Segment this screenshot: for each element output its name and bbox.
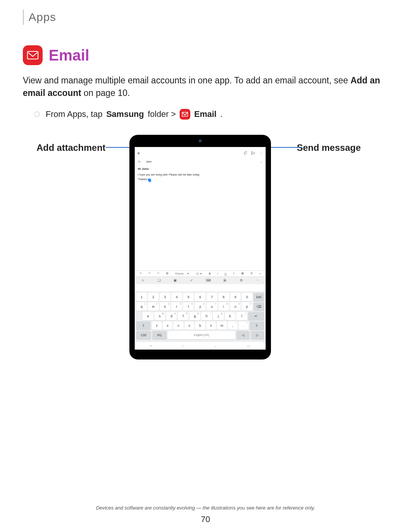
recents-icon[interactable]: ≡ bbox=[150, 344, 152, 348]
key-v[interactable]: v bbox=[185, 321, 194, 330]
to-label: To bbox=[138, 160, 140, 163]
key-t[interactable]: t5 bbox=[183, 302, 194, 311]
key-comma[interactable]: ,! bbox=[228, 321, 238, 330]
italic-btn[interactable]: I bbox=[217, 272, 218, 275]
key-0[interactable]: 0 bbox=[242, 293, 252, 301]
key-p[interactable]: p0 bbox=[242, 302, 252, 311]
step-suffix: . bbox=[220, 109, 223, 119]
key-o[interactable]: o9 bbox=[230, 302, 241, 311]
back-icon[interactable]: ⌄ bbox=[214, 344, 217, 348]
underline-btn[interactable]: U bbox=[225, 272, 226, 275]
format-toolbar[interactable]: ✎ ↶ ↷ ▤ Roboto .. ▼ 12 ▼ B I U T ▦ ☰ ≡ bbox=[135, 270, 266, 276]
redo-icon[interactable]: ↷ bbox=[157, 272, 159, 275]
pen-icon[interactable]: ✎ bbox=[140, 272, 142, 275]
key-1[interactable]: 1 bbox=[136, 293, 147, 301]
align-icon[interactable]: ≡ bbox=[259, 272, 261, 275]
to-recipient: John bbox=[146, 160, 151, 163]
key-g[interactable]: g% bbox=[190, 312, 200, 320]
key-i[interactable]: i8 bbox=[218, 302, 229, 311]
step-mid: folder > bbox=[148, 109, 176, 119]
size-select[interactable]: 12 ▼ bbox=[196, 272, 202, 275]
gif-icon[interactable]: ▣ bbox=[174, 278, 177, 282]
key-u[interactable]: u7 bbox=[207, 302, 217, 311]
key-l[interactable]: l( bbox=[236, 312, 247, 320]
settings-icon[interactable]: ⚙ bbox=[240, 278, 243, 282]
emoji-icon[interactable]: ☺ bbox=[141, 278, 145, 282]
key-backspace[interactable]: ⌫ bbox=[253, 302, 264, 311]
key-b[interactable]: b bbox=[195, 321, 205, 330]
key-9[interactable]: 9 bbox=[230, 293, 241, 301]
key-2[interactable]: 2 bbox=[148, 293, 159, 301]
key-sym[interactable]: !#1 bbox=[152, 331, 167, 339]
key-z[interactable]: z bbox=[152, 321, 162, 330]
key-shift-left[interactable]: ⇧ bbox=[136, 321, 151, 330]
key-k[interactable]: k* bbox=[225, 312, 236, 320]
key-right[interactable]: ▷ bbox=[251, 331, 264, 339]
key-7[interactable]: 7 bbox=[207, 293, 217, 301]
key-s[interactable]: s@ bbox=[155, 312, 165, 320]
key-left[interactable]: ◁ bbox=[236, 331, 250, 339]
keyboard[interactable]: 1234567890Del q1w2e3r4t5y6u7i8o9p0⌫ a!s@… bbox=[135, 291, 266, 342]
voice-expand-icon[interactable]: ⤢ bbox=[190, 278, 193, 282]
keyboard-switch-icon[interactable]: ▭ bbox=[247, 344, 250, 348]
step-row: From Apps, tap Samsung folder > Email. bbox=[34, 109, 388, 120]
list-icon[interactable]: ☰ bbox=[250, 272, 253, 275]
sticker-icon[interactable]: ❏ bbox=[158, 278, 161, 282]
camera-icon[interactable]: ⌨ bbox=[206, 278, 211, 282]
close-icon[interactable]: ✕ bbox=[137, 151, 140, 155]
key-8[interactable]: 8 bbox=[218, 293, 229, 301]
key-space[interactable]: English (US) bbox=[168, 331, 235, 339]
image-icon[interactable]: ▤ bbox=[166, 272, 169, 275]
svg-rect-0 bbox=[27, 51, 38, 59]
send-icon[interactable] bbox=[251, 151, 255, 156]
key-4[interactable]: 4 bbox=[171, 293, 182, 301]
insert-table-icon[interactable]: ▦ bbox=[241, 272, 244, 275]
key-3[interactable]: 3 bbox=[160, 293, 170, 301]
key-d[interactable]: d# bbox=[166, 312, 177, 320]
key-ctrl[interactable]: Ctrl bbox=[136, 331, 151, 339]
compose-topbar: ✕ ⋮ bbox=[135, 147, 266, 158]
key-x[interactable]: x bbox=[163, 321, 173, 330]
textcolor-btn[interactable]: T bbox=[233, 272, 234, 275]
key-6[interactable]: 6 bbox=[195, 293, 206, 301]
page-title: Email bbox=[49, 47, 89, 64]
key-period[interactable]: .? bbox=[239, 321, 249, 330]
intro-suffix: on page 10. bbox=[81, 88, 130, 98]
key-w[interactable]: w2 bbox=[148, 302, 159, 311]
key-y[interactable]: y6 bbox=[195, 302, 206, 311]
key-q[interactable]: q1 bbox=[136, 302, 147, 311]
tablet-screen: ✕ ⋮ To John ⌄ Hi bbox=[135, 147, 266, 350]
key-5[interactable]: 5 bbox=[183, 293, 194, 301]
attach-icon[interactable] bbox=[243, 151, 247, 156]
callout-send-message: Send message bbox=[297, 142, 361, 153]
home-icon[interactable]: ○ bbox=[182, 344, 184, 348]
key-h[interactable]: h^ bbox=[201, 312, 212, 320]
body-text[interactable]: I hope you are doing well. Please call m… bbox=[135, 171, 266, 184]
key-e[interactable]: e3 bbox=[160, 302, 170, 311]
page-title-row: Email bbox=[23, 45, 388, 65]
cursor-handle-icon[interactable] bbox=[147, 178, 152, 183]
key-enter[interactable]: ↵ bbox=[248, 312, 264, 320]
font-select[interactable]: Roboto .. ▼ bbox=[175, 272, 189, 275]
key-shift-right[interactable]: ⇧ bbox=[250, 321, 264, 330]
key-c[interactable]: c bbox=[174, 321, 183, 330]
undo-icon[interactable]: ↶ bbox=[148, 272, 151, 275]
subject-line[interactable]: Hi John bbox=[135, 165, 266, 171]
key-n[interactable]: n bbox=[206, 321, 216, 330]
key-a[interactable]: a! bbox=[143, 312, 153, 320]
key-j[interactable]: j& bbox=[213, 312, 224, 320]
key-r[interactable]: r4 bbox=[171, 302, 182, 311]
key-m[interactable]: m bbox=[217, 321, 227, 330]
mic-icon[interactable]: 🎤︎ bbox=[223, 278, 227, 282]
to-row[interactable]: To John ⌄ bbox=[135, 158, 266, 165]
more-icon[interactable]: ⋮ bbox=[259, 151, 263, 156]
chevron-down-icon[interactable]: ⌄ bbox=[260, 160, 263, 163]
keyboard-option-bar[interactable]: ☺ ❏ ▣ ⤢ ⌨ 🎤︎ ⚙ ⋯ bbox=[135, 276, 266, 284]
bold-btn[interactable]: B bbox=[209, 272, 211, 275]
callout-add-attachment: Add attachment bbox=[37, 142, 105, 153]
key-del[interactable]: Del bbox=[253, 293, 264, 301]
key-f[interactable]: f$ bbox=[178, 312, 188, 320]
device-illustration: Add attachment Send message ✕ ⋮ bbox=[23, 135, 388, 379]
more-kbd-icon[interactable]: ⋯ bbox=[256, 278, 259, 282]
email-icon-small bbox=[180, 109, 190, 120]
